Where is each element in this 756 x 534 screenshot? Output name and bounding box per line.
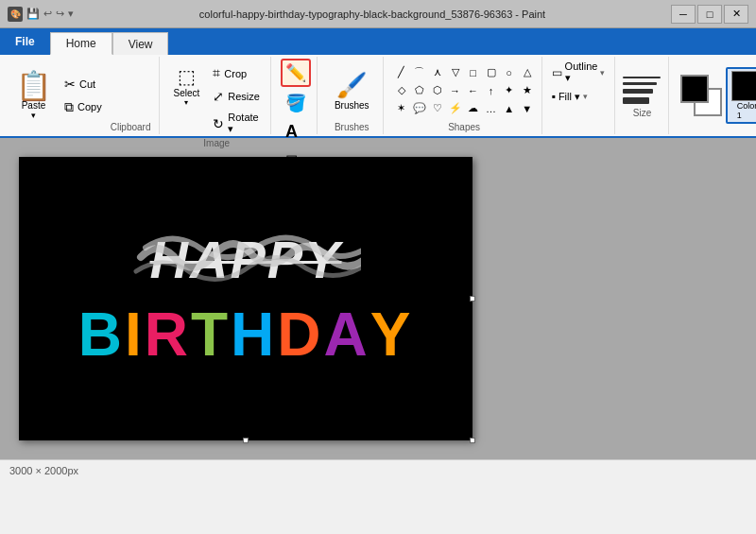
- shape-more[interactable]: …: [483, 100, 500, 117]
- brushes-icon: 🖌️: [336, 71, 367, 100]
- shape-left-arrow[interactable]: ←: [465, 82, 482, 99]
- text-tool[interactable]: A: [281, 119, 302, 145]
- shape-polygon[interactable]: ▽: [447, 64, 464, 81]
- close-button[interactable]: ✕: [724, 5, 748, 24]
- quick-access-save[interactable]: 💾: [26, 8, 40, 20]
- copy-icon: ⧉: [64, 99, 74, 115]
- quick-access-redo[interactable]: ↪: [56, 8, 64, 20]
- window-controls: ─ □ ✕: [671, 5, 748, 24]
- paint-canvas[interactable]: HAPPY B I R T H D A Y: [19, 157, 472, 440]
- shape-hexagon[interactable]: ⬡: [429, 82, 446, 99]
- shape-scroll-up[interactable]: ▲: [501, 100, 518, 117]
- cut-label: Cut: [79, 78, 95, 90]
- tab-home[interactable]: Home: [50, 32, 112, 55]
- size-line-3[interactable]: [623, 89, 653, 94]
- shape-up-arrow[interactable]: ↑: [483, 82, 500, 99]
- shape-star6[interactable]: ✶: [393, 100, 410, 117]
- size-line-4[interactable]: [623, 97, 649, 104]
- shape-star5[interactable]: ★: [519, 82, 536, 99]
- size-lines: [623, 73, 661, 108]
- clipboard-group-label: Clipboard: [111, 122, 151, 132]
- paste-label: Paste: [22, 100, 46, 111]
- select-dropdown[interactable]: ▾: [184, 98, 188, 107]
- quick-access-dropdown[interactable]: ▾: [68, 8, 74, 20]
- size-line-1[interactable]: [623, 77, 661, 78]
- tab-view[interactable]: View: [112, 32, 169, 55]
- resize-handle-right[interactable]: [470, 296, 475, 301]
- select-button[interactable]: ⬚ Select ▾: [169, 62, 205, 110]
- fill-arrow: ▾: [583, 92, 588, 101]
- birthday-content: HAPPY B I R T H D A Y: [19, 157, 472, 440]
- crop-button[interactable]: ⌗ Crop: [208, 62, 265, 84]
- resize-handle-bottom[interactable]: [243, 438, 249, 443]
- outline-arrow: ▾: [600, 68, 605, 78]
- shape-curve[interactable]: ⌒: [411, 64, 428, 81]
- crop-icon: ⌗: [213, 65, 220, 81]
- fill-icon: ▪: [552, 90, 556, 103]
- shape-lightning[interactable]: ⚡: [447, 100, 464, 117]
- copy-label: Copy: [77, 101, 102, 112]
- rotate-button[interactable]: ↻ Rotate ▾: [208, 109, 265, 138]
- color-boxes: [680, 75, 722, 116]
- shape-rect[interactable]: □: [465, 64, 482, 81]
- shape-cloud[interactable]: ☁: [465, 100, 482, 117]
- color-1-button[interactable]: Color1: [726, 67, 756, 124]
- title-bar-icons: 🎨 💾 ↩ ↪ ▾: [8, 7, 74, 22]
- letter-D: D: [277, 300, 323, 370]
- image-group-label: Image: [169, 138, 265, 148]
- clipboard-right: ✂ Cut ⧉ Copy: [60, 74, 107, 118]
- shapes-group-label: Shapes: [393, 122, 536, 132]
- size-group: Size: [615, 57, 669, 134]
- color-1-box[interactable]: [680, 75, 709, 103]
- resize-button[interactable]: ⤢ Resize: [208, 86, 265, 107]
- fill-label: Fill ▾: [558, 91, 580, 103]
- paste-button[interactable]: 📋 Paste ▾: [11, 69, 56, 123]
- shape-callout[interactable]: 💬: [411, 100, 428, 117]
- shape-ellipse[interactable]: ○: [501, 64, 518, 81]
- status-bar: 3000 × 2000px: [0, 459, 756, 480]
- shape-triangle[interactable]: △: [519, 64, 536, 81]
- copy-button[interactable]: ⧉ Copy: [60, 96, 107, 118]
- shape-pentagon[interactable]: ⬠: [411, 82, 428, 99]
- shape-scroll-dn[interactable]: ▼: [519, 100, 536, 117]
- brushes-label: Brushes: [335, 100, 369, 111]
- letter-R: R: [145, 300, 191, 370]
- resize-icon: ⤢: [213, 89, 224, 104]
- brushes-group: 🖌️ Brushes Brushes: [321, 57, 384, 134]
- paste-dropdown-arrow[interactable]: ▾: [31, 111, 36, 120]
- maximize-button[interactable]: □: [697, 5, 722, 24]
- happy-text: HAPPY: [150, 229, 342, 290]
- shape-freeform[interactable]: ⋏: [429, 64, 446, 81]
- letter-B: B: [78, 300, 125, 370]
- fill-dropdown[interactable]: ▪ Fill ▾ ▾: [548, 88, 610, 105]
- birthday-text: B I R T H D A Y: [78, 300, 414, 370]
- outline-icon: ▭: [552, 66, 562, 79]
- pencil-tool[interactable]: ✏️: [281, 59, 311, 87]
- letter-H: H: [231, 300, 277, 370]
- cut-button[interactable]: ✂ Cut: [60, 74, 107, 95]
- resize-handle-corner[interactable]: [470, 438, 475, 443]
- tab-file[interactable]: File: [0, 28, 50, 55]
- canvas-area: HAPPY B I R T H D A Y: [0, 138, 756, 459]
- shape-right-arrow[interactable]: →: [447, 82, 464, 99]
- minimize-button[interactable]: ─: [671, 5, 696, 24]
- paste-icon: 📋: [16, 72, 51, 100]
- fill-tool[interactable]: 🪣: [281, 90, 311, 116]
- color-1-swatch: [731, 71, 756, 101]
- shape-rounded-rect[interactable]: ▢: [483, 64, 500, 81]
- size-group-label: Size: [633, 108, 651, 118]
- shape-line[interactable]: ╱: [393, 64, 410, 81]
- brushes-button[interactable]: 🖌️ Brushes: [329, 67, 375, 114]
- size-line-2[interactable]: [623, 82, 657, 85]
- shape-heart[interactable]: ♡: [429, 100, 446, 117]
- tools-group: ✏️ 🪣 A ◻ 💧 🔍 Tools: [275, 57, 318, 134]
- resize-label: Resize: [228, 91, 260, 102]
- select-icon: ⬚: [178, 65, 196, 88]
- shape-diamond[interactable]: ◇: [393, 82, 410, 99]
- quick-access-undo[interactable]: ↩: [43, 8, 52, 20]
- outline-label: Outline ▾: [565, 60, 598, 84]
- clipboard-group: 📋 Paste ▾ ✂ Cut ⧉ Copy Clipboard: [4, 57, 160, 134]
- outline-dropdown[interactable]: ▭ Outline ▾ ▾: [548, 59, 610, 86]
- shape-star4[interactable]: ✦: [501, 82, 518, 99]
- image-group: ⬚ Select ▾ ⌗ Crop ⤢ Resize ↻ Rotate ▾ Im: [163, 57, 271, 134]
